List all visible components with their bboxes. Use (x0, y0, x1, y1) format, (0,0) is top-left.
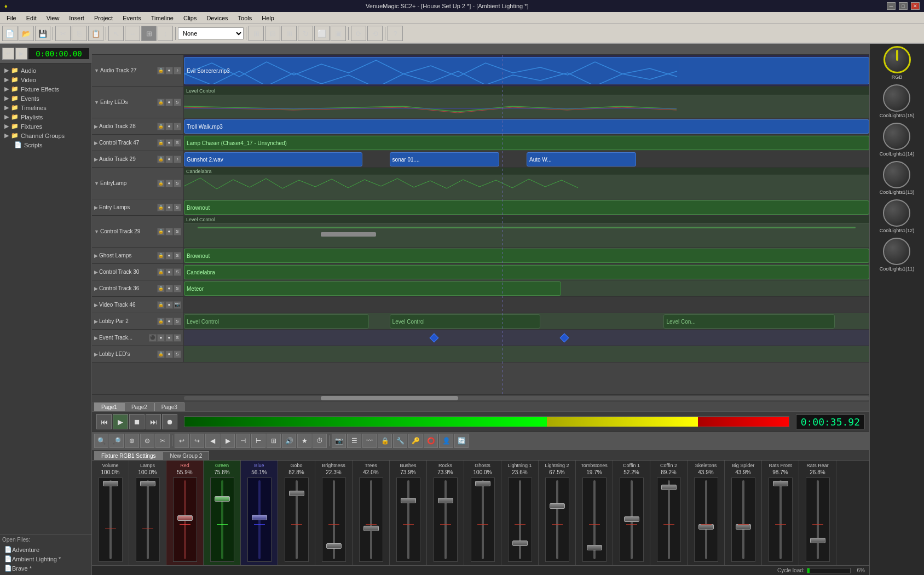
mixer-fader-lamps[interactable] (136, 478, 160, 562)
track-expand-audio-28[interactable]: ▶ (94, 124, 98, 129)
tree-channel-groups[interactable]: ▶📁Channel Groups (2, 131, 89, 140)
tb-open[interactable]: 📂 (19, 26, 34, 41)
clip-level-lp2-1[interactable]: Level Control (184, 314, 369, 329)
open-file-adventure[interactable]: 📄 Adventure (2, 545, 89, 554)
track-solo-29[interactable]: ♪ (174, 156, 181, 163)
menu-view[interactable]: View (42, 14, 64, 22)
event-diamond-2[interactable] (559, 333, 569, 342)
track-solo-leds[interactable]: S (174, 99, 181, 106)
track-expand-entrylamp[interactable]: ▼ (94, 181, 99, 186)
track-expand-entry-lamps[interactable]: ▶ (94, 205, 98, 210)
mixer-fader-skeletons[interactable] (694, 478, 718, 562)
track-expand-entry-leds[interactable]: ▼ (94, 100, 99, 105)
menu-timeline[interactable]: Timeline (147, 14, 178, 22)
level-thumb-ct29[interactable] (321, 232, 376, 237)
clip-troll-walk[interactable]: Troll Walk.mp3 (184, 119, 869, 134)
mixer-fader-rocks[interactable] (434, 478, 458, 562)
track-solo-entry-lamps[interactable]: S (174, 204, 181, 211)
transport-forward[interactable]: ⏭ (146, 414, 161, 429)
clip-lamp-chaser[interactable]: Lamp Chaser (Chaser4_17 - Unsynched) (184, 136, 869, 150)
track-mute-29[interactable]: ● (165, 156, 173, 163)
tb2-scissors[interactable]: ✂ (155, 434, 170, 448)
track-solo-27[interactable]: ♪ (174, 67, 181, 74)
mixer-fader-lightning1[interactable] (508, 478, 532, 562)
track-mute-ct29[interactable]: ● (165, 228, 173, 235)
clip-brownout-ghost[interactable]: Brownout (184, 249, 869, 263)
menu-clips[interactable]: Clips (179, 14, 201, 22)
fader-thumb-lightning2[interactable] (550, 503, 565, 509)
track-content-control-29[interactable]: Level Control (184, 216, 869, 247)
tb-new[interactable]: 📄 (2, 26, 18, 41)
clip-sonar[interactable]: sonar 01.... (390, 152, 499, 166)
track-solo-ct30[interactable]: S (174, 268, 181, 276)
fader-thumb-coffin1[interactable] (624, 516, 639, 522)
fader-thumb-skeletons[interactable] (698, 524, 714, 530)
mixer-fader-tombstones[interactable] (582, 478, 607, 562)
tb2-fx[interactable]: ★ (297, 434, 311, 448)
track-solo-lobby-leds[interactable]: S (174, 350, 181, 358)
track-mute-leds[interactable]: ● (165, 99, 173, 106)
track-expand-47[interactable]: ▶ (94, 140, 98, 146)
track-content-ghost-lamps[interactable]: Brownout (184, 248, 869, 263)
track-mute-ct30[interactable]: ● (165, 268, 173, 276)
fader-thumb-bushes[interactable] (401, 498, 416, 503)
track-content-audio-28[interactable]: Troll Walk.mp3 (184, 118, 869, 134)
track-lock-ct36[interactable]: 🔒 (157, 285, 165, 292)
mixer-fader-green[interactable] (210, 478, 234, 562)
track-lock-event[interactable]: ⚫ (149, 334, 157, 342)
fader-thumb-tombstones[interactable] (587, 545, 602, 550)
track-solo-47[interactable]: S (174, 139, 181, 147)
tb-cursor[interactable]: ↖ (108, 26, 124, 41)
track-content-audio-27[interactable]: Evil Sorcerer.mp3 (184, 55, 869, 86)
tb-grid[interactable]: ⊞ (281, 26, 297, 41)
track-content-control-36[interactable]: Meteor (184, 280, 869, 296)
clip-level-lp2-2[interactable]: Level Control (390, 314, 540, 329)
fader-thumb-coffin2[interactable] (661, 485, 677, 490)
tb-save[interactable]: 💾 (35, 26, 50, 41)
track-lock-leds[interactable]: 🔒 (157, 99, 165, 106)
tb2-cam[interactable]: 📷 (332, 434, 346, 448)
fader-thumb-red[interactable] (177, 515, 193, 521)
track-mute-vt46[interactable]: ● (165, 301, 173, 309)
knob-coollights15[interactable] (883, 84, 910, 112)
tb-sync[interactable]: ⟳ (351, 26, 366, 41)
tb-trim[interactable]: ↕ (158, 26, 173, 41)
close-button[interactable]: ✕ (911, 2, 920, 10)
tree-playlists[interactable]: ▶📁Playlists (2, 112, 89, 122)
fader-thumb-rats-rear[interactable] (810, 538, 825, 543)
mixer-fader-rats-front[interactable] (769, 478, 793, 562)
knob-rgb[interactable] (883, 46, 911, 73)
tb-paste[interactable]: 📋 (88, 26, 103, 41)
menu-project[interactable]: Project (90, 14, 117, 22)
snap-select[interactable]: None (178, 27, 244, 39)
track-lock-lp2[interactable]: 🔒 (157, 318, 165, 325)
track-expand-29[interactable]: ▼ (94, 229, 99, 234)
track-mute-ct36[interactable]: ● (165, 285, 173, 292)
menu-file[interactable]: File (2, 14, 21, 22)
tb-effects[interactable]: ⊟ (265, 26, 280, 41)
track-solo-ct29[interactable]: S (174, 228, 181, 235)
track-solo-event[interactable]: ● (165, 334, 173, 342)
tb2-snap[interactable]: ⊞ (267, 434, 281, 448)
mixer-fader-lightning2[interactable] (545, 478, 569, 562)
open-file-brave[interactable]: 📄 Brave * (2, 564, 89, 573)
tree-fixtures[interactable]: ▶📁Fixtures (2, 122, 89, 131)
mixer-fader-bushes[interactable] (396, 478, 420, 562)
track-expand-lobby-par-2[interactable]: ▶ (94, 319, 98, 324)
sidebar-play[interactable]: ▶ (15, 48, 27, 60)
tb2-menu[interactable]: ☰ (347, 434, 361, 448)
fader-thumb-green[interactable] (215, 496, 230, 502)
scrollbar-thumb[interactable] (321, 396, 458, 400)
tb-select[interactable]: ⊞ (141, 26, 157, 41)
track-mute-ghost[interactable]: ● (165, 252, 173, 260)
menu-edit[interactable]: Edit (22, 14, 41, 22)
tb2-clock[interactable]: ⏱ (313, 434, 327, 448)
fader-thumb-rocks[interactable] (438, 498, 453, 503)
track-lock-28[interactable]: 🔒 (157, 123, 165, 130)
clip-brownout-1[interactable]: Brownout (184, 200, 869, 215)
track-expand-audio-27[interactable]: ▼ (94, 68, 99, 73)
track-mute-entry-lamps[interactable]: ● (165, 204, 173, 211)
track-lock-ct30[interactable]: 🔒 (157, 268, 165, 276)
track-content-event[interactable] (184, 330, 869, 346)
clip-level-lp2-3[interactable]: Level Con... (663, 314, 835, 329)
